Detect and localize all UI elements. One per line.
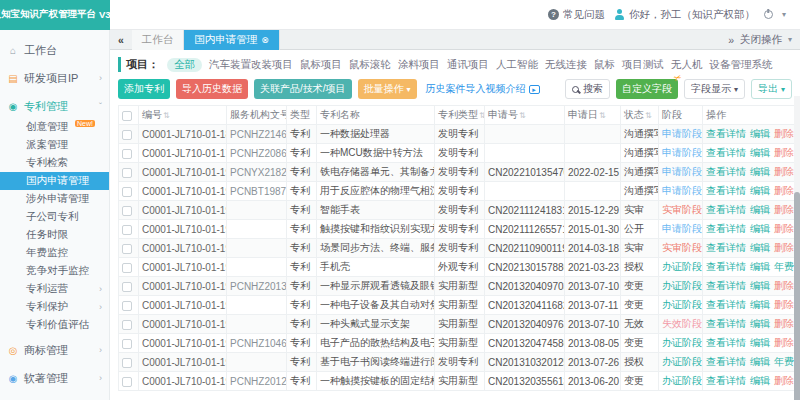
action-view-details[interactable]: 查看详情 — [706, 299, 746, 310]
row-checkbox[interactable] — [122, 263, 132, 273]
action-delete[interactable]: 删除 — [774, 128, 794, 139]
sort-icon[interactable]: ⇅ — [163, 111, 170, 120]
sidebar-item[interactable]: 竞争对手监控 — [0, 262, 109, 280]
action-edit[interactable]: 编辑 — [750, 147, 770, 158]
action-delete[interactable]: 删除 — [774, 204, 794, 215]
sort-icon[interactable]: ⇅ — [645, 111, 652, 120]
action-view-details[interactable]: 查看详情 — [706, 280, 746, 291]
action-view-details[interactable]: 查看详情 — [706, 128, 746, 139]
action-delete[interactable]: 删除 — [774, 337, 794, 348]
tabs-expand-icon[interactable]: » — [728, 34, 734, 46]
sidebar-item[interactable]: 专利价值评估 — [0, 316, 109, 334]
custom-fields-button[interactable]: 自定义字段 ✂ — [616, 79, 678, 99]
action-edit[interactable]: 编辑 — [750, 356, 770, 367]
row-checkbox[interactable] — [122, 282, 132, 292]
sidebar-item[interactable]: 任务时限 — [0, 226, 109, 244]
sidebar-item[interactable]: ▤研发项目IP› — [0, 66, 109, 90]
sidebar-item[interactable]: 涉外申请管理 — [0, 190, 109, 208]
batch-operations-button[interactable]: 批量操作 ▾ — [358, 79, 417, 99]
filter-pill[interactable]: 项目测试 — [622, 58, 664, 72]
column-header[interactable]: 编号⇅ — [139, 106, 227, 125]
row-checkbox[interactable] — [122, 358, 132, 368]
filter-pill[interactable]: 人工智能 — [496, 58, 538, 72]
filter-pill[interactable]: 涂料项目 — [398, 58, 440, 72]
history-import-video-link[interactable]: 历史案件导入视频介绍 — [426, 82, 540, 96]
sidebar-item[interactable]: ◎商标管理› — [0, 338, 109, 362]
add-patent-button[interactable]: 添加专利 — [118, 79, 170, 99]
action-delete[interactable]: 删除 — [774, 223, 794, 234]
sidebar-item[interactable]: 年费监控 — [0, 244, 109, 262]
sidebar-item[interactable]: ⌂工作台 — [0, 38, 109, 62]
filter-pill[interactable]: 无线连接 — [545, 58, 587, 72]
logout-icon[interactable] — [764, 10, 773, 19]
scrollbar-track[interactable] — [794, 96, 800, 400]
sidebar-item[interactable]: 国内申请管理 — [0, 172, 109, 190]
sort-icon[interactable]: ⇅ — [479, 111, 485, 120]
column-header[interactable]: 申请日⇅ — [565, 106, 621, 125]
column-header[interactable]: 申请号⇅ — [485, 106, 565, 125]
tab-close-icon[interactable]: ⊗ — [261, 35, 269, 45]
row-checkbox[interactable] — [122, 130, 132, 140]
action-delete[interactable]: 删除 — [774, 318, 794, 329]
sidebar-item[interactable]: 子公司专利 — [0, 208, 109, 226]
action-delete[interactable]: 删除 — [774, 185, 794, 196]
user-menu[interactable]: 你好，孙工（知识产权部） — [614, 8, 755, 22]
action-edit[interactable]: 编辑 — [750, 128, 770, 139]
action-edit[interactable]: 编辑 — [750, 280, 770, 291]
action-view-details[interactable]: 查看详情 — [706, 185, 746, 196]
action-delete[interactable]: 删除 — [774, 299, 794, 310]
action-view-details[interactable]: 查看详情 — [706, 242, 746, 253]
row-checkbox[interactable] — [122, 168, 132, 178]
action-edit[interactable]: 编辑 — [750, 318, 770, 329]
sort-icon[interactable]: ⇅ — [519, 111, 526, 120]
sort-icon[interactable]: ⇅ — [599, 111, 606, 120]
action-delete[interactable]: 删除 — [774, 147, 794, 158]
chevron-down-icon[interactable]: ▾ — [782, 10, 786, 19]
faq-link[interactable]: 常见问题 — [548, 8, 605, 22]
action-edit[interactable]: 编辑 — [750, 204, 770, 215]
action-view-details[interactable]: 查看详情 — [706, 318, 746, 329]
filter-pill[interactable]: 鼠标项目 — [300, 58, 342, 72]
sidebar-item[interactable]: ◉软著管理› — [0, 366, 109, 390]
action-annuity-monitor[interactable]: 年费监控 — [774, 261, 795, 272]
sidebar-item[interactable]: 专利保护› — [0, 298, 109, 316]
row-checkbox[interactable] — [122, 187, 132, 197]
column-header[interactable]: 专利类型⇅ — [435, 106, 485, 125]
action-edit[interactable]: 编辑 — [750, 242, 770, 253]
import-history-button[interactable]: 导入历史数据 — [176, 79, 248, 99]
sidebar-item[interactable]: ◉服务机构管理› — [0, 394, 109, 400]
sidebar-item[interactable]: 专利运营› — [0, 280, 109, 298]
action-delete[interactable]: 删除 — [774, 166, 794, 177]
filter-pill[interactable]: 全部 — [167, 58, 202, 72]
sidebar-item[interactable]: ◉专利管理ˇ — [0, 94, 109, 118]
sidebar-item[interactable]: 派案管理 — [0, 136, 109, 154]
action-view-details[interactable]: 查看详情 — [706, 356, 746, 367]
relate-product-tech-project-button[interactable]: 关联产品/技术/项目 — [254, 79, 352, 99]
filter-pill[interactable]: 通讯项目 — [447, 58, 489, 72]
filter-pill[interactable]: 无人机 — [671, 58, 703, 72]
sidebar-item[interactable]: 创意管理New! — [0, 118, 109, 136]
tab-active[interactable]: 国内申请管理⊗ — [184, 30, 280, 50]
row-checkbox[interactable] — [122, 206, 132, 216]
filter-pill[interactable]: 鼠标滚轮 — [349, 58, 391, 72]
column-header[interactable]: 服务机构文号⇅ — [227, 106, 287, 125]
action-edit[interactable]: 编辑 — [750, 223, 770, 234]
action-edit[interactable]: 编辑 — [750, 299, 770, 310]
action-view-details[interactable]: 查看详情 — [706, 147, 746, 158]
row-checkbox[interactable] — [122, 377, 132, 387]
action-annuity-monitor[interactable]: 年费监控 — [774, 356, 795, 367]
action-view-details[interactable]: 查看详情 — [706, 204, 746, 215]
action-view-details[interactable]: 查看详情 — [706, 261, 746, 272]
scrollbar-thumb[interactable] — [794, 192, 800, 400]
column-header[interactable]: 状态⇅ — [621, 106, 659, 125]
action-edit[interactable]: 编辑 — [750, 166, 770, 177]
filter-pill[interactable]: 设备管理系统 — [710, 58, 773, 72]
field-display-button[interactable]: 字段显示 ▾ — [684, 79, 745, 99]
select-all-checkbox[interactable] — [122, 111, 132, 121]
row-checkbox[interactable] — [122, 225, 132, 235]
filter-pill[interactable]: 汽车装置改装项目 — [209, 58, 293, 72]
action-edit[interactable]: 编辑 — [750, 261, 770, 272]
action-delete[interactable]: 删除 — [774, 242, 794, 253]
tabs-collapse-icon[interactable]: « — [110, 34, 132, 46]
action-view-details[interactable]: 查看详情 — [706, 375, 746, 386]
